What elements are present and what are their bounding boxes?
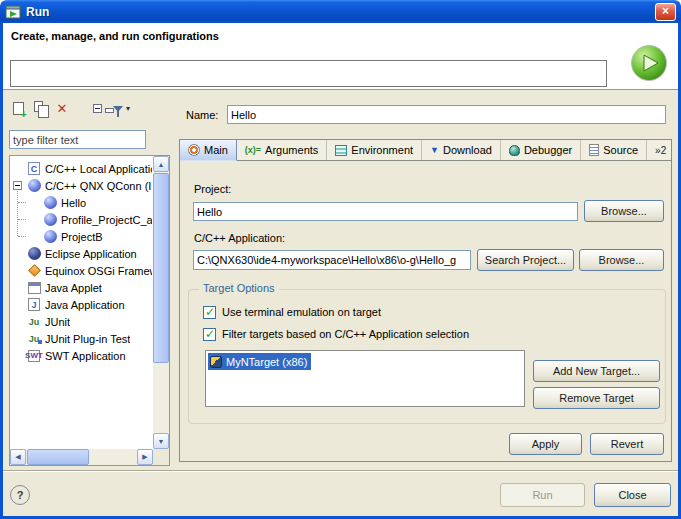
tree-item-projectb[interactable]: ProjectB bbox=[11, 228, 152, 245]
tab-label: Debugger bbox=[524, 144, 572, 156]
button-label: Run bbox=[532, 489, 552, 501]
tree-item-equinox-osgi[interactable]: Equinox OSGi Framewo bbox=[11, 262, 152, 279]
tab-download[interactable]: Download bbox=[422, 140, 501, 160]
duplicate-configuration-icon[interactable] bbox=[31, 99, 49, 117]
new-configuration-icon[interactable] bbox=[9, 99, 27, 117]
window-border-left bbox=[0, 23, 3, 519]
tree-item-eclipse-application[interactable]: Eclipse Application bbox=[11, 245, 152, 262]
qnx-config-icon bbox=[43, 213, 57, 227]
filter-icon[interactable] bbox=[109, 100, 127, 118]
button-label: Add New Target... bbox=[553, 365, 640, 377]
tab-overflow-chevron[interactable]: »2 bbox=[649, 140, 672, 160]
run-dialog-window: Run × Create, manage, and run configurat… bbox=[0, 0, 681, 519]
name-label: Name: bbox=[186, 108, 218, 122]
target-icon bbox=[210, 356, 222, 368]
tab-main[interactable]: Main bbox=[180, 140, 237, 161]
tree-item-label: C/C++ QNX QConn (IP bbox=[45, 180, 152, 192]
button-label: Remove Target bbox=[559, 392, 633, 404]
run-launch-button[interactable] bbox=[630, 44, 668, 82]
name-input[interactable] bbox=[227, 105, 666, 124]
terminal-emulation-checkbox[interactable] bbox=[203, 306, 216, 319]
tree-item-junit[interactable]: Ju JUnit bbox=[11, 313, 152, 330]
tab-environment[interactable]: Environment bbox=[327, 140, 422, 160]
run-button[interactable]: Run bbox=[500, 483, 585, 507]
tab-source[interactable]: Source bbox=[581, 140, 647, 160]
scroll-right-icon[interactable]: ▶ bbox=[137, 449, 153, 465]
button-label: Search Project... bbox=[485, 254, 566, 266]
collapse-expander-icon[interactable] bbox=[13, 181, 22, 190]
tree-item-swt-application[interactable]: SWT SWT Application bbox=[11, 347, 152, 364]
close-button[interactable]: Close bbox=[594, 483, 671, 507]
tab-label: Main bbox=[204, 144, 228, 156]
tree-item-label: JUnit Plug-in Test bbox=[45, 333, 130, 345]
tab-label: Arguments bbox=[265, 144, 318, 156]
checkbox-label: Filter targets based on C/C++ Applicatio… bbox=[222, 328, 469, 340]
tree-item-qnx-qconn[interactable]: C/C++ QNX QConn (IP bbox=[11, 177, 152, 194]
search-project-button[interactable]: Search Project... bbox=[477, 249, 574, 271]
scroll-left-icon[interactable]: ◀ bbox=[10, 449, 26, 465]
tree-item-label: Java Applet bbox=[45, 282, 102, 294]
horizontal-scroll-thumb[interactable] bbox=[27, 449, 89, 465]
apply-button[interactable]: Apply bbox=[509, 433, 582, 455]
close-icon[interactable]: × bbox=[655, 3, 676, 21]
target-options-group: Target Options Use terminal emulation on… bbox=[188, 289, 666, 424]
tree-item-java-applet[interactable]: Java Applet bbox=[11, 279, 152, 296]
java-applet-icon bbox=[27, 281, 41, 295]
tree-content: C C/C++ Local Application C/C++ QNX QCon… bbox=[11, 157, 152, 448]
add-new-target-button[interactable]: Add New Target... bbox=[533, 360, 660, 382]
c-application-icon: C bbox=[27, 162, 41, 176]
tab-folder: Main Arguments Environment Download Debu… bbox=[179, 139, 672, 462]
tree-horizontal-scrollbar[interactable]: ◀ ▶ bbox=[10, 449, 153, 465]
tree-item-label: Hello bbox=[61, 197, 86, 209]
browse-project-button[interactable]: Browse... bbox=[584, 200, 664, 222]
tree-item-hello[interactable]: Hello bbox=[11, 194, 152, 211]
tab-arguments[interactable]: Arguments bbox=[237, 140, 327, 160]
scrollbar-corner bbox=[153, 449, 169, 465]
application-label: C/C++ Application: bbox=[194, 231, 285, 245]
qnx-config-icon bbox=[43, 230, 57, 244]
tab-label: Environment bbox=[351, 144, 413, 156]
remove-target-button[interactable]: Remove Target bbox=[533, 387, 660, 409]
button-label: Close bbox=[618, 489, 646, 501]
tree-vertical-scrollbar[interactable]: ▲ ▼ bbox=[153, 156, 169, 449]
filter-input[interactable] bbox=[9, 130, 146, 149]
window-title: Run bbox=[26, 5, 49, 19]
footer-separator-highlight bbox=[3, 471, 678, 472]
project-input[interactable] bbox=[193, 202, 578, 221]
tree-item-label: JUnit bbox=[45, 316, 70, 328]
help-icon: ? bbox=[17, 489, 24, 501]
tree-item-profile-projectc[interactable]: Profile_ProjectC_ap bbox=[11, 211, 152, 228]
arguments-icon bbox=[245, 145, 261, 155]
help-button[interactable]: ? bbox=[10, 485, 30, 505]
qnx-qconn-icon bbox=[27, 179, 41, 193]
tree-item-label: SWT Application bbox=[45, 350, 126, 362]
vertical-scroll-thumb[interactable] bbox=[153, 173, 169, 363]
tab-debugger[interactable]: Debugger bbox=[501, 140, 581, 160]
filter-dropdown-caret-icon[interactable]: ▾ bbox=[126, 104, 130, 113]
tree-item-java-application[interactable]: J Java Application bbox=[11, 296, 152, 313]
delete-configuration-icon[interactable]: ✕ bbox=[53, 99, 71, 117]
scroll-down-icon[interactable]: ▼ bbox=[153, 433, 169, 449]
target-list: MyNTarget (x86) bbox=[205, 350, 525, 407]
target-list-item[interactable]: MyNTarget (x86) bbox=[208, 353, 311, 370]
target-options-title: Target Options bbox=[199, 282, 279, 294]
browse-application-button[interactable]: Browse... bbox=[579, 249, 664, 271]
tree-item-cpp-local[interactable]: C C/C++ Local Application bbox=[11, 160, 152, 177]
collapse-all-icon[interactable] bbox=[88, 99, 106, 117]
button-label: Revert bbox=[611, 438, 643, 450]
junit-plugin-icon: Ju bbox=[27, 332, 41, 346]
target-label: MyNTarget (x86) bbox=[226, 356, 307, 368]
button-label: Browse... bbox=[599, 254, 645, 266]
application-path-input[interactable] bbox=[193, 250, 471, 270]
revert-button[interactable]: Revert bbox=[590, 433, 664, 455]
scroll-up-icon[interactable]: ▲ bbox=[153, 156, 169, 172]
filter-targets-checkbox[interactable] bbox=[203, 328, 216, 341]
project-label: Project: bbox=[194, 182, 231, 196]
dialog-heading: Create, manage, and run configurations bbox=[11, 30, 219, 42]
equinox-osgi-icon bbox=[27, 264, 41, 278]
tree-item-junit-plugin-test[interactable]: Ju JUnit Plug-in Test bbox=[11, 330, 152, 347]
status-message-area bbox=[10, 60, 607, 87]
title-bar[interactable]: Run × bbox=[0, 0, 681, 23]
button-label: Apply bbox=[532, 438, 560, 450]
run-dialog-icon bbox=[5, 4, 21, 20]
